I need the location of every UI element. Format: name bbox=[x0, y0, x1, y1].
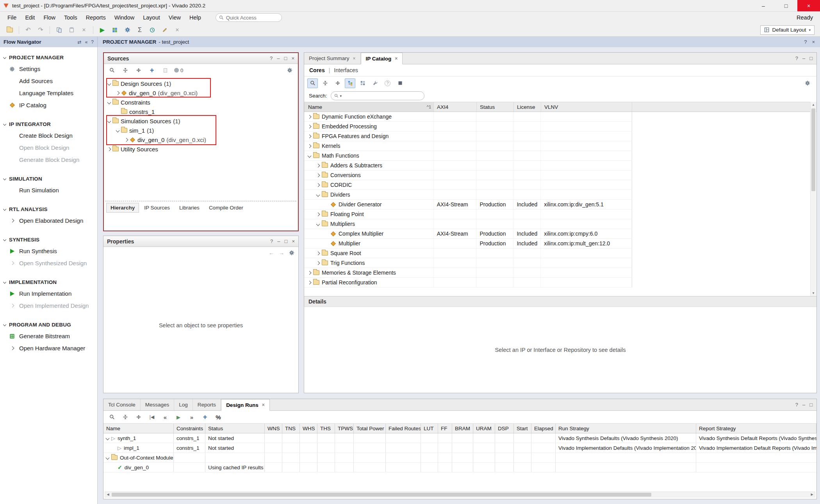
column-header-whs[interactable]: WHS bbox=[300, 424, 317, 433]
column-header-vlnv[interactable]: VLNV bbox=[541, 102, 632, 112]
column-header-status[interactable]: Status bbox=[205, 424, 265, 433]
chevron-down-icon[interactable] bbox=[107, 119, 111, 123]
flownav-item-run-synthesis[interactable]: Run Synthesis bbox=[0, 245, 97, 257]
column-header-tns[interactable]: TNS bbox=[282, 424, 300, 433]
tab-messages[interactable]: Messages bbox=[141, 399, 175, 410]
expand-all-button[interactable] bbox=[332, 78, 343, 88]
flownav-section-header[interactable]: SIMULATION bbox=[0, 173, 97, 184]
scrollbar-thumb[interactable] bbox=[811, 108, 815, 191]
flownav-section-header[interactable]: PROJECT MANAGER bbox=[0, 52, 97, 63]
chevron-right-icon[interactable] bbox=[308, 144, 312, 148]
minimize-button[interactable]: – bbox=[752, 0, 775, 11]
delete-button[interactable]: × bbox=[78, 25, 90, 35]
tree-item-div-gen-0[interactable]: div_gen_0(div_gen_0.xci) bbox=[104, 88, 298, 98]
menu-item-flow[interactable]: Flow bbox=[39, 12, 60, 23]
flownav-section-header[interactable]: IMPLEMENTATION bbox=[0, 277, 97, 287]
close-icon[interactable]: × bbox=[812, 39, 815, 45]
design-run-row-div-gen-0[interactable]: ✓div_gen_0Using cached IP results bbox=[103, 463, 816, 472]
flownav-item-open-block-design[interactable]: Open Block Design bbox=[0, 142, 97, 154]
ip-category-row-conversions[interactable]: Conversions bbox=[304, 170, 632, 180]
create-runs-button[interactable]: + bbox=[200, 412, 210, 422]
menu-item-file[interactable]: File bbox=[3, 12, 21, 23]
maximize-button[interactable]: □ bbox=[775, 0, 797, 11]
menu-item-layout[interactable]: Layout bbox=[139, 12, 164, 23]
chevron-down-icon[interactable] bbox=[106, 436, 110, 440]
column-header-bram[interactable]: BRAM bbox=[452, 424, 473, 433]
flownav-item-run-implementation[interactable]: Run Implementation bbox=[0, 287, 97, 300]
menu-item-edit[interactable]: Edit bbox=[21, 12, 39, 23]
column-header-elapsed[interactable]: Elapsed bbox=[531, 424, 556, 433]
ip-core-row-complex-multiplier[interactable]: Complex MultiplierAXI4-StreamProductionI… bbox=[304, 229, 632, 239]
ip-category-row-dynamic-function-exchange[interactable]: Dynamic Function eXchange bbox=[304, 112, 632, 122]
scroll-down-icon[interactable]: ▼ bbox=[811, 290, 816, 296]
flownav-section-header[interactable]: SYNTHESIS bbox=[0, 234, 97, 245]
float-icon[interactable]: □ bbox=[284, 55, 287, 61]
ip-category-row-trig-functions[interactable]: Trig Functions bbox=[304, 258, 632, 268]
run-steps-button[interactable] bbox=[109, 25, 121, 35]
flownav-item-open-implemented-design[interactable]: Open Implemented Design bbox=[0, 300, 97, 312]
ip-category-row-dividers[interactable]: Dividers bbox=[304, 190, 632, 200]
chevron-right-icon[interactable] bbox=[116, 91, 120, 95]
scroll-right-icon[interactable]: ▶ bbox=[809, 493, 815, 496]
group-by-category-button[interactable] bbox=[345, 78, 355, 88]
ip-category-row-embedded-processing[interactable]: Embedded Processing bbox=[304, 122, 632, 131]
column-header-uram[interactable]: URAM bbox=[473, 424, 495, 433]
ip-core-row-divider-generator[interactable]: Divider GeneratorAXI4-StreamProductionIn… bbox=[304, 200, 632, 209]
chevron-right-icon[interactable] bbox=[308, 280, 312, 284]
chevron-down-icon[interactable] bbox=[316, 222, 320, 226]
flownav-section-header[interactable]: IP INTEGRATOR bbox=[0, 119, 97, 130]
column-header-ff[interactable]: FF bbox=[438, 424, 452, 433]
chevron-right-icon[interactable] bbox=[125, 138, 128, 142]
scroll-up-icon[interactable]: ▲ bbox=[811, 102, 816, 108]
chevron-right-icon[interactable] bbox=[107, 147, 111, 151]
subtab-interfaces[interactable]: Interfaces bbox=[334, 67, 358, 73]
close-tab-icon[interactable]: × bbox=[262, 402, 265, 408]
step-forward-button[interactable]: » bbox=[187, 412, 196, 422]
column-header-run-strategy[interactable]: Run Strategy bbox=[556, 424, 696, 433]
column-header-license[interactable]: License bbox=[514, 102, 541, 112]
stop-button[interactable] bbox=[395, 78, 405, 88]
flownav-item-language-templates[interactable]: Language Templates bbox=[0, 87, 97, 99]
tab-compile-order[interactable]: Compile Order bbox=[205, 203, 248, 213]
step-back-button[interactable]: « bbox=[160, 412, 170, 422]
tab-hierarchy[interactable]: Hierarchy bbox=[106, 203, 139, 213]
chevron-down-icon[interactable] bbox=[106, 456, 110, 460]
flownav-item-create-block-design[interactable]: Create Block Design bbox=[0, 130, 97, 142]
close-design-button[interactable]: × bbox=[171, 25, 183, 35]
column-header-status[interactable]: Status bbox=[477, 102, 514, 112]
tree-item-div-gen-0[interactable]: div_gen_0(div_gen_0.xci) bbox=[104, 135, 298, 144]
chevron-right-icon[interactable] bbox=[308, 134, 312, 138]
help-icon[interactable]: ? bbox=[795, 402, 798, 408]
tree-item-sim-1[interactable]: sim_1(1) bbox=[104, 126, 298, 135]
ip-core-row-multiplier[interactable]: MultiplierProductionIncludedxilinx.com:i… bbox=[304, 239, 632, 248]
ip-category-row-floating-point[interactable]: Floating Point bbox=[304, 209, 632, 219]
tab-design-runs[interactable]: Design Runs × bbox=[221, 399, 270, 411]
chevron-down-icon[interactable] bbox=[107, 100, 111, 104]
float-icon[interactable]: □ bbox=[285, 238, 288, 244]
flownav-item-ip-catalog[interactable]: IP Catalog bbox=[0, 99, 97, 111]
ip-category-row-adders-subtracters[interactable]: Adders & Subtracters bbox=[304, 161, 632, 170]
sources-panel-header[interactable]: Sources ? – □ × bbox=[104, 53, 298, 64]
column-header-tpws[interactable]: TPWS bbox=[335, 424, 354, 433]
redo-button[interactable]: ↷ bbox=[35, 25, 46, 35]
tree-item-simulation-sources[interactable]: Simulation Sources(1) bbox=[104, 116, 298, 126]
document-button[interactable] bbox=[161, 65, 169, 76]
subtab-cores[interactable]: Cores bbox=[309, 67, 325, 73]
help-button[interactable]: ? bbox=[382, 78, 393, 88]
percentage-button[interactable]: % bbox=[214, 412, 223, 422]
forward-button[interactable]: → bbox=[279, 250, 284, 256]
chevron-right-icon[interactable] bbox=[316, 212, 320, 216]
chevron-down-icon[interactable] bbox=[308, 154, 312, 158]
close-icon[interactable]: × bbox=[292, 238, 295, 244]
tab-tcl-console[interactable]: Tcl Console bbox=[103, 399, 141, 410]
float-icon[interactable]: □ bbox=[809, 402, 813, 408]
flownav-item-add-sources[interactable]: Add Sources bbox=[0, 75, 97, 87]
search-button[interactable] bbox=[108, 65, 116, 76]
flownav-item-settings[interactable]: Settings bbox=[0, 63, 97, 75]
ip-category-row-memories-storage-elements[interactable]: Memories & Storage Elements bbox=[304, 268, 632, 278]
details-header[interactable]: Details bbox=[304, 296, 816, 307]
scroll-left-icon[interactable]: ◀ bbox=[105, 493, 111, 496]
help-icon[interactable]: ? bbox=[270, 55, 273, 61]
flownav-item-open-elaborated-design[interactable]: Open Elaborated Design bbox=[0, 215, 97, 227]
close-tab-icon[interactable]: × bbox=[395, 56, 398, 61]
